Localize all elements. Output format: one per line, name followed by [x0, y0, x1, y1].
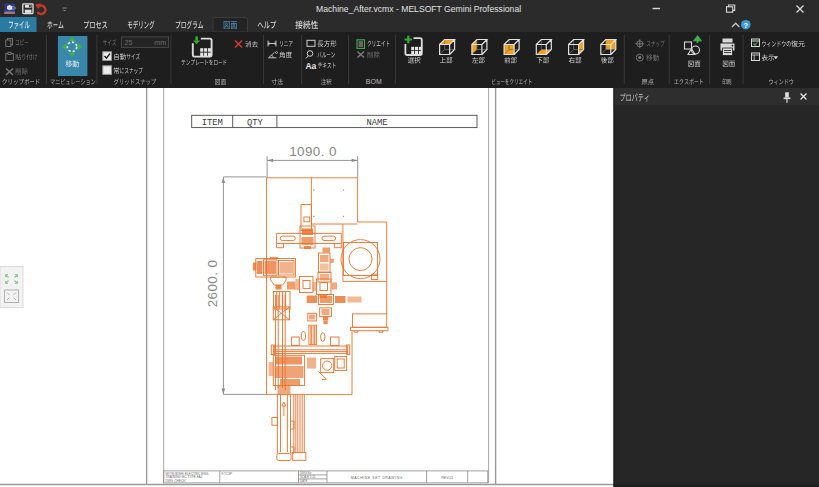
- svg-text:mm: mm: [154, 39, 166, 46]
- svg-text:1090. 0: 1090. 0: [289, 144, 336, 159]
- svg-text:F.TC3P: F.TC3P: [222, 472, 233, 476]
- svg-text:BOM: BOM: [366, 78, 382, 85]
- svg-text:DATE: DATE: [300, 479, 307, 483]
- svg-text:Machine_After.vcmx - MELSOFT G: Machine_After.vcmx - MELSOFT Gemini Prof…: [316, 3, 521, 14]
- svg-text:?: ?: [744, 21, 749, 30]
- svg-text:ITEM: ITEM: [202, 118, 223, 128]
- svg-text:25: 25: [125, 39, 133, 46]
- svg-text:Aa: Aa: [305, 61, 316, 71]
- svg-text:REV.01: REV.01: [441, 476, 453, 480]
- svg-text:2600. 0: 2600. 0: [205, 260, 220, 307]
- svg-text:MACHINE SET DRAWING: MACHINE SET DRAWING: [351, 476, 403, 480]
- svg-text:NAME: NAME: [366, 118, 387, 128]
- svg-text:QTY: QTY: [247, 118, 264, 128]
- svg-text:DWG CHECK: DWG CHECK: [166, 479, 187, 483]
